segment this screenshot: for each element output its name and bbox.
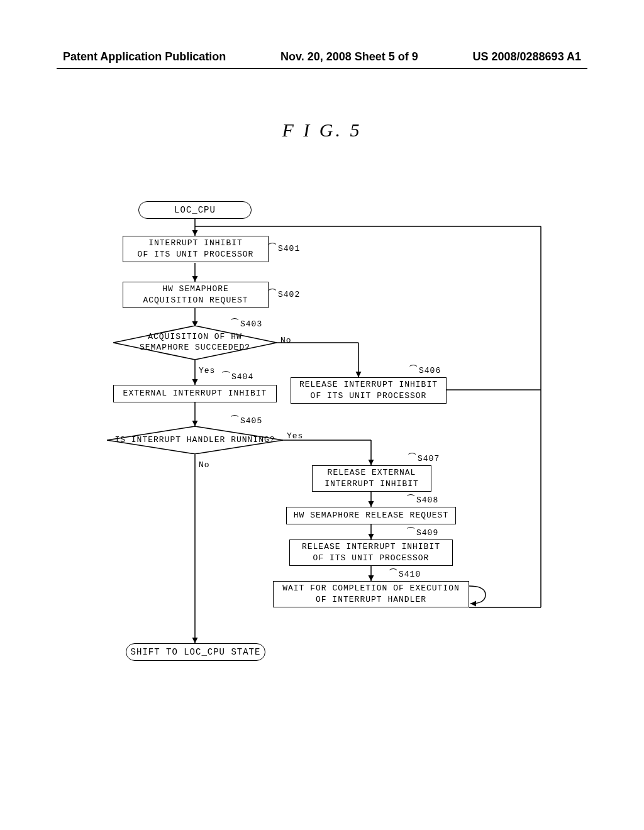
process-s410: WAIT FOR COMPLETION OF EXECUTION OF INTE… [273,581,469,607]
hook-icon: ⁀ [223,371,229,381]
decision-s405-label: IS INTERRUPT HANDLER RUNNING? [114,435,275,445]
page-header: Patent Application Publication Nov. 20, … [0,50,644,64]
process-s402: HW SEMAPHORE ACQUISITION REQUEST [123,282,269,308]
figure-title: F I G. 5 [0,119,644,141]
hook-icon: ⁀ [269,243,275,253]
header-rule [57,68,587,69]
header-right: US 2008/0288693 A1 [473,50,581,64]
process-s410-label: WAIT FOR COMPLETION OF EXECUTION OF INTE… [282,583,460,605]
process-s407-label: RELEASE EXTERNAL INTERRUPT INHIBIT [325,467,419,489]
step-s405: S405 [240,416,262,426]
decision-s403: ACQUISITION OF HW SEMAPHORE SUCCEEDED? [113,326,277,360]
step-s402: S402 [278,290,300,299]
terminator-end-label: SHIFT TO LOC_CPU STATE [131,647,261,657]
hook-icon: ⁀ [269,289,275,299]
hook-icon: ⁀ [231,415,238,425]
terminator-end: SHIFT TO LOC_CPU STATE [126,643,265,661]
step-s401: S401 [278,244,300,253]
step-s404: S404 [231,372,253,382]
process-s406-label: RELEASE INTERRUPT INHIBIT OF ITS UNIT PR… [299,379,438,401]
process-s408: HW SEMAPHORE RELEASE REQUEST [286,507,456,524]
process-s404-label: EXTERNAL INTERRUPT INHIBIT [123,388,267,399]
label-no-s403: No [280,336,292,345]
flowchart: LOC_CPU INTERRUPT INHIBIT OF ITS UNIT PR… [107,201,560,667]
process-s409-label: RELEASE INTERRUPT INHIBIT OF ITS UNIT PR… [302,541,440,563]
process-s401: INTERRUPT INHIBIT OF ITS UNIT PROCESSOR [123,236,269,262]
step-s403: S403 [240,319,262,329]
terminator-start-label: LOC_CPU [174,205,216,215]
process-s409: RELEASE INTERRUPT INHIBIT OF ITS UNIT PR… [289,540,453,566]
hook-icon: ⁀ [231,318,238,328]
step-s406: S406 [419,366,441,375]
process-s401-label: INTERRUPT INHIBIT OF ITS UNIT PROCESSOR [138,238,254,260]
terminator-start: LOC_CPU [138,201,252,219]
step-s407: S407 [418,454,440,463]
step-s410: S410 [399,570,421,579]
hook-icon: ⁀ [409,453,415,463]
label-no-s405: No [199,460,210,470]
process-s408-label: HW SEMAPHORE RELEASE REQUEST [294,510,448,521]
hook-icon: ⁀ [390,568,396,578]
decision-s405: IS INTERRUPT HANDLER RUNNING? [107,426,283,454]
header-left: Patent Application Publication [63,50,226,64]
process-s402-label: HW SEMAPHORE ACQUISITION REQUEST [143,284,248,306]
process-s404: EXTERNAL INTERRUPT INHIBIT [113,385,277,402]
header-center: Nov. 20, 2008 Sheet 5 of 9 [280,50,418,64]
hook-icon: ⁀ [408,494,414,504]
process-s406: RELEASE INTERRUPT INHIBIT OF ITS UNIT PR… [291,377,447,404]
step-s408: S408 [416,495,438,505]
hook-icon: ⁀ [408,527,414,537]
step-s409: S409 [416,528,438,538]
label-yes-s403: Yes [199,366,215,375]
process-s407: RELEASE EXTERNAL INTERRUPT INHIBIT [312,465,431,492]
decision-s403-label: ACQUISITION OF HW SEMAPHORE SUCCEEDED? [140,332,250,352]
label-yes-s405: Yes [287,431,303,441]
hook-icon: ⁀ [410,365,416,375]
